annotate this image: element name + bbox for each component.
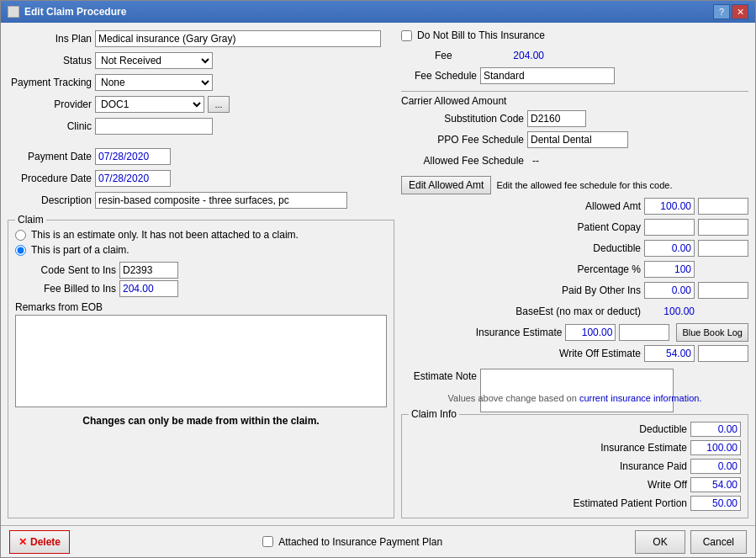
changes-note: Changes can only be made from within the… <box>15 415 387 427</box>
ppo-row: PPO Fee Schedule <box>401 130 748 149</box>
code-sent-label: Code Sent to Ins <box>15 264 116 276</box>
write-off-field[interactable] <box>644 345 695 362</box>
allowed-fee-row: Allowed Fee Schedule -- <box>401 151 748 170</box>
payment-tracking-label: Payment Tracking <box>8 77 92 88</box>
radio-claim[interactable] <box>15 245 26 256</box>
estimate-note-textarea[interactable] <box>480 369 674 412</box>
code-sent-field[interactable] <box>119 262 178 279</box>
ins-plan-field[interactable] <box>95 30 381 47</box>
ins-plan-row: Ins Plan <box>8 29 394 48</box>
ins-estimate-row: Insurance Estimate Blue Book Log <box>401 323 748 342</box>
estimate-note-label: Estimate Note <box>401 370 477 382</box>
edit-allowed-row: Edit Allowed Amt Edit the allowed fee sc… <box>401 176 748 194</box>
payment-date-field[interactable] <box>95 148 171 165</box>
window-icon <box>8 6 19 18</box>
allowed-amt-row: Allowed Amt <box>401 197 748 215</box>
radio-estimate[interactable] <box>15 230 26 241</box>
edit-claim-window: Edit Claim Procedure ? ✕ Ins Plan Status… <box>0 0 756 558</box>
deductible-field[interactable] <box>644 240 695 257</box>
write-off-label: Write Off Estimate <box>506 348 641 359</box>
provider-browse-button[interactable]: ... <box>208 96 230 113</box>
do-not-bill-label[interactable]: Do Not Bill to This Insurance <box>417 29 545 41</box>
edit-allowed-note: Edit the allowed fee schedule for this c… <box>496 180 672 190</box>
allowed-amt-field[interactable] <box>644 198 695 215</box>
edit-allowed-button[interactable]: Edit Allowed Amt <box>401 176 491 194</box>
radio-claim-label[interactable]: This is part of a claim. <box>31 244 130 256</box>
allowed-amt-extra[interactable] <box>698 198 748 215</box>
delete-button[interactable]: ✕ Delete <box>9 530 70 554</box>
base-est-value: 100.00 <box>644 306 695 317</box>
title-bar-left: Edit Claim Procedure <box>8 6 126 18</box>
clinic-field[interactable] <box>95 118 213 135</box>
ci-ins-estimate-label: Insurance Estimate <box>552 442 687 454</box>
payment-tracking-row: Payment Tracking None Manual Auto <box>8 73 394 92</box>
claim-group-title: Claim <box>15 214 46 226</box>
payment-tracking-select[interactable]: None Manual Auto <box>95 74 213 91</box>
status-select[interactable]: Not Received Received Sent Pending <box>95 52 213 69</box>
allowed-amt-label: Allowed Amt <box>506 200 641 212</box>
ci-est-patient-label: Estimated Patient Portion <box>552 497 687 509</box>
ppo-label: PPO Fee Schedule <box>415 134 524 146</box>
patient-copay-field[interactable] <box>644 219 695 236</box>
paid-other-field[interactable] <box>644 282 695 299</box>
base-est-row: BaseEst (no max or deduct) 100.00 <box>401 302 748 321</box>
ci-deductible-label: Deductible <box>552 423 687 435</box>
sub-code-field[interactable] <box>527 110 586 127</box>
ppo-field[interactable] <box>527 131 628 148</box>
sub-code-row: Substitution Code <box>401 109 748 128</box>
values-note: Values above change based on current ins… <box>401 393 748 403</box>
description-field[interactable] <box>95 192 347 209</box>
provider-select[interactable]: DOC1 DOC2 <box>95 96 204 113</box>
paid-other-label: Paid By Other Ins <box>506 284 641 296</box>
close-button[interactable]: ✕ <box>732 4 748 19</box>
fee-row: Fee 204.00 <box>401 47 748 64</box>
delete-label: Delete <box>30 536 61 548</box>
bottom-left: ✕ Delete <box>9 530 70 554</box>
fee-billed-label: Fee Billed to Ins <box>15 283 116 295</box>
ci-ins-paid-row: Insurance Paid 0.00 <box>409 457 741 476</box>
procedure-date-field[interactable] <box>95 170 171 187</box>
ins-estimate-extra[interactable] <box>619 324 669 341</box>
ci-ins-paid-label: Insurance Paid <box>552 460 687 472</box>
fee-schedule-field[interactable] <box>480 67 615 84</box>
ci-ins-estimate-row: Insurance Estimate 100.00 <box>409 438 741 457</box>
claim-group-box: Claim This is an estimate only. It has n… <box>8 220 394 518</box>
ins-plan-label: Ins Plan <box>8 33 92 45</box>
radio-estimate-label[interactable]: This is an estimate only. It has not bee… <box>31 229 299 241</box>
ins-estimate-field[interactable] <box>565 324 616 341</box>
status-label: Status <box>8 55 92 66</box>
procedure-date-label: Procedure Date <box>8 173 92 184</box>
blue-book-button[interactable]: Blue Book Log <box>676 323 748 342</box>
patient-copay-extra[interactable] <box>698 219 748 236</box>
attached-label[interactable]: Attached to Insurance Payment Plan <box>278 536 442 548</box>
percentage-row: Percentage % <box>401 260 748 279</box>
deductible-extra[interactable] <box>698 240 748 257</box>
write-off-row: Write Off Estimate <box>401 344 748 363</box>
provider-row: Provider DOC1 DOC2 ... <box>8 95 394 114</box>
procedure-date-row: Procedure Date <box>8 169 394 188</box>
remarks-textarea[interactable] <box>15 315 387 407</box>
help-button[interactable]: ? <box>713 4 730 19</box>
ok-button[interactable]: OK <box>635 530 685 554</box>
bottom-bar: ✕ Delete Attached to Insurance Payment P… <box>1 525 755 557</box>
do-not-bill-checkbox[interactable] <box>401 30 412 41</box>
fee-label: Fee <box>435 50 460 61</box>
values-note-highlight: current insurance information. <box>579 393 702 403</box>
patient-copay-label: Patient Copay <box>506 221 641 233</box>
percentage-field[interactable] <box>644 261 695 278</box>
attached-checkbox[interactable] <box>262 536 273 547</box>
percentage-label: Percentage % <box>506 263 641 275</box>
paid-other-extra[interactable] <box>698 282 748 299</box>
bottom-right: OK Cancel <box>635 530 747 554</box>
claim-info-section: Claim Info Deductible 0.00 Insurance Est… <box>401 414 748 518</box>
fee-billed-field[interactable] <box>119 280 178 297</box>
ci-est-patient-value: 50.00 <box>690 496 741 511</box>
ci-deductible-row: Deductible 0.00 <box>409 420 741 438</box>
cancel-button[interactable]: Cancel <box>690 530 747 554</box>
provider-label: Provider <box>8 98 92 110</box>
payment-date-row: Payment Date <box>8 147 394 166</box>
status-row: Status Not Received Received Sent Pendin… <box>8 51 394 70</box>
description-row: Description <box>8 191 394 210</box>
write-off-extra[interactable] <box>698 345 748 362</box>
estimate-note-row: Estimate Note <box>401 369 748 387</box>
